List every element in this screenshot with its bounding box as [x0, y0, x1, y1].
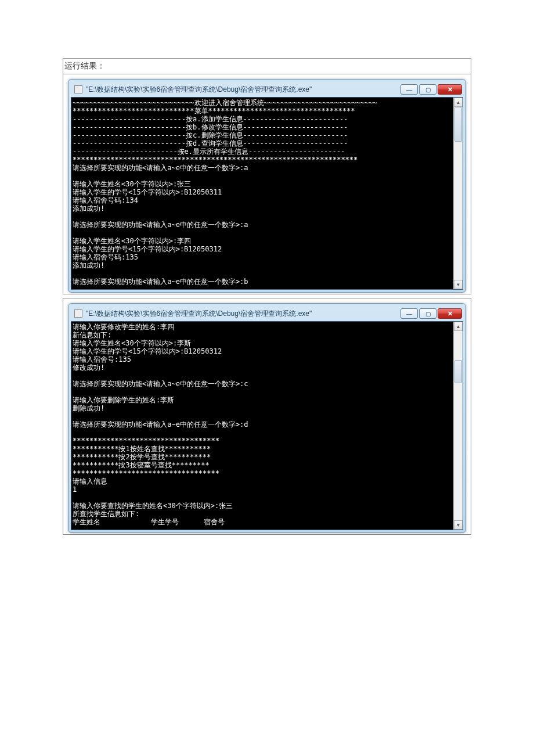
titlebar[interactable]: "E:\数据结构\实验\实验6宿舍管理查询系统\Debug\宿舍管理查询系统.e…: [71, 82, 463, 97]
vertical-scrollbar[interactable]: ▲ ▼: [453, 322, 463, 530]
scroll-up-button[interactable]: ▲: [454, 98, 463, 107]
minimize-button[interactable]: —: [400, 84, 418, 95]
window-title: "E:\数据结构\实验\实验6宿舍管理查询系统\Debug\宿舍管理查询系统.e…: [86, 85, 399, 95]
console-output: 请输入你要修改学生的姓名:李四 新信息如下: 请输入学生姓名<30个字符以内>:…: [71, 322, 463, 530]
console-output: ~~~~~~~~~~~~~~~~~~~~~~~~~~~~~欢迎进入宿舍管理系统~…: [71, 98, 463, 289]
console-area: ~~~~~~~~~~~~~~~~~~~~~~~~~~~~~欢迎进入宿舍管理系统~…: [71, 97, 463, 290]
console-area: 请输入你要修改学生的姓名:李四 新信息如下: 请输入学生姓名<30个字符以内>:…: [71, 321, 463, 530]
screenshot-frame-2: "E:\数据结构\实验\实验6宿舍管理查询系统\Debug\宿舍管理查询系统.e…: [63, 298, 471, 535]
window-controls: — ▢ ✕: [399, 308, 462, 319]
scroll-thumb[interactable]: [454, 107, 462, 142]
scroll-down-button[interactable]: ▼: [454, 520, 463, 530]
minimize-button[interactable]: —: [400, 308, 418, 319]
maximize-button[interactable]: ▢: [419, 308, 436, 319]
maximize-button[interactable]: ▢: [419, 84, 436, 95]
titlebar[interactable]: "E:\数据结构\实验\实验6宿舍管理查询系统\Debug\宿舍管理查询系统.e…: [71, 306, 463, 321]
console-window-2: "E:\数据结构\实验\实验6宿舍管理查询系统\Debug\宿舍管理查询系统.e…: [68, 303, 466, 533]
scroll-thumb[interactable]: [454, 360, 462, 383]
window-title: "E:\数据结构\实验\实验6宿舍管理查询系统\Debug\宿舍管理查询系统.e…: [86, 309, 399, 319]
scroll-track[interactable]: [454, 331, 463, 520]
close-button[interactable]: ✕: [438, 308, 462, 319]
scroll-up-button[interactable]: ▲: [454, 322, 463, 331]
app-icon: [74, 309, 82, 318]
close-button[interactable]: ✕: [438, 84, 462, 95]
console-window-1: "E:\数据结构\实验\实验6宿舍管理查询系统\Debug\宿舍管理查询系统.e…: [68, 79, 466, 293]
scroll-down-button[interactable]: ▼: [454, 280, 463, 289]
vertical-scrollbar[interactable]: ▲ ▼: [453, 98, 463, 289]
window-controls: — ▢ ✕: [399, 84, 462, 95]
screenshot-frame-1: "E:\数据结构\实验\实验6宿舍管理查询系统\Debug\宿舍管理查询系统.e…: [63, 74, 471, 294]
section-heading: 运行结果：: [63, 58, 471, 74]
scroll-track[interactable]: [454, 107, 463, 280]
app-icon: [74, 85, 82, 93]
